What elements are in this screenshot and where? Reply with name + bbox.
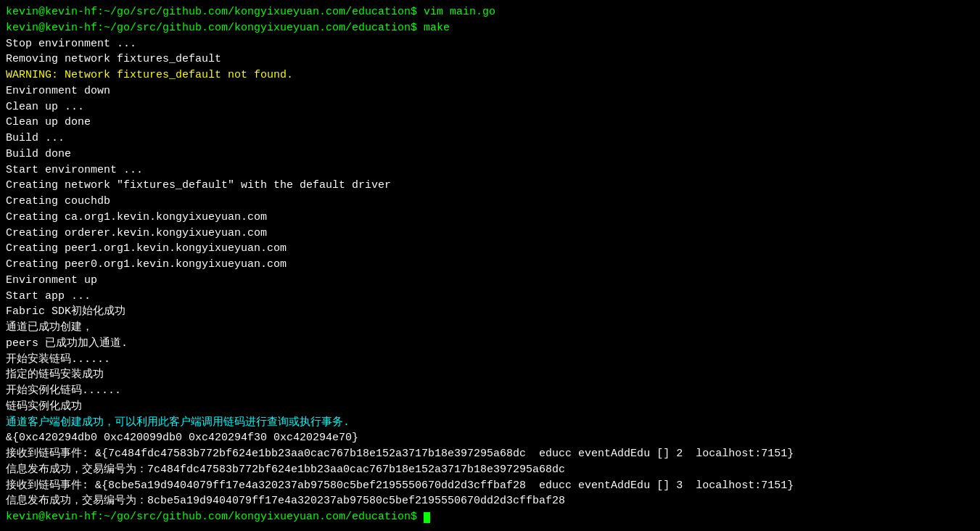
terminal-line: Creating network "fixtures_default" with… <box>6 178 974 194</box>
terminal-line: 开始安装链码...... <box>6 352 974 368</box>
terminal-line: 信息发布成功，交易编号为：7c484fdc47583b772bf624e1bb2… <box>6 462 974 478</box>
line-text: Environment down <box>6 85 110 97</box>
line-text: &{0xc420294db0 0xc420099db0 0xc420294f30… <box>6 432 358 444</box>
terminal-line: Creating couchdb <box>6 194 974 210</box>
terminal-line: Clean up done <box>6 115 974 131</box>
terminal-line: &{0xc420294db0 0xc420099db0 0xc420294f30… <box>6 430 974 446</box>
line-text: 通道客户端创建成功，可以利用此客户端调用链码进行查询或执行事务. <box>6 416 350 429</box>
line-text: Start app ... <box>6 290 91 302</box>
line-text: kevin@kevin-hf:~/go/src/github.com/kongy… <box>6 6 495 18</box>
line-text: kevin@kevin-hf:~/go/src/github.com/kongy… <box>6 22 450 34</box>
line-text: Removing network fixtures_default <box>6 53 221 65</box>
line-text: 通道已成功创建， <box>6 321 93 334</box>
line-text: Creating network "fixtures_default" with… <box>6 179 391 192</box>
terminal-line: 通道已成功创建， <box>6 320 974 336</box>
terminal-line: Build ... <box>6 131 974 147</box>
terminal-line: Environment down <box>6 83 974 99</box>
line-text: 开始安装链码...... <box>6 353 110 366</box>
terminal-line: Fabric SDK初始化成功 <box>6 304 974 320</box>
terminal-line: kevin@kevin-hf:~/go/src/github.com/kongy… <box>6 20 974 36</box>
line-text: 链码实例化成功 <box>6 400 82 413</box>
terminal-line: 信息发布成功，交易编号为：8cbe5a19d9404079ff17e4a3202… <box>6 493 974 509</box>
line-text: 接收到链码事件: &{8cbe5a19d9404079ff17e4a320237… <box>6 479 794 492</box>
line-text: 接收到链码事件: &{7c484fdc47583b772bf624e1bb23a… <box>6 448 794 460</box>
line-text: 信息发布成功，交易编号为：7c484fdc47583b772bf624e1bb2… <box>6 464 565 476</box>
line-text: Stop environment ... <box>6 38 136 50</box>
line-text: Creating orderer.kevin.kongyixueyuan.com <box>6 227 267 239</box>
line-text: Build ... <box>6 132 65 144</box>
line-text: Creating peer0.org1.kevin.kongyixueyuan.… <box>6 258 287 271</box>
line-text: Start environment ... <box>6 164 143 176</box>
terminal-line: Removing network fixtures_default <box>6 52 974 67</box>
line-text: WARNING: Network fixtures_default not fo… <box>6 69 293 81</box>
terminal-line: Creating ca.org1.kevin.kongyixueyuan.com <box>6 210 974 226</box>
terminal-line: Clean up ... <box>6 99 974 115</box>
terminal-line: kevin@kevin-hf:~/go/src/github.com/kongy… <box>6 509 974 525</box>
terminal: kevin@kevin-hf:~/go/src/github.com/kongy… <box>0 0 980 531</box>
line-text: Environment up <box>6 274 97 287</box>
terminal-line: 开始实例化链码...... <box>6 383 974 399</box>
terminal-line: 接收到链码事件: &{8cbe5a19d9404079ff17e4a320237… <box>6 478 974 494</box>
line-text: Clean up ... <box>6 101 84 113</box>
terminal-line: Build done <box>6 147 974 162</box>
terminal-line: Start environment ... <box>6 162 974 178</box>
line-text: Fabric SDK初始化成功 <box>6 305 125 318</box>
line-text: kevin@kevin-hf:~/go/src/github.com/kongy… <box>6 511 424 523</box>
terminal-line: 接收到链码事件: &{7c484fdc47583b772bf624e1bb23a… <box>6 446 974 462</box>
terminal-line: 指定的链码安装成功 <box>6 367 974 383</box>
terminal-line: kevin@kevin-hf:~/go/src/github.com/kongy… <box>6 4 974 20</box>
terminal-line: 链码实例化成功 <box>6 399 974 415</box>
terminal-line: peers 已成功加入通道. <box>6 336 974 352</box>
terminal-line: Stop environment ... <box>6 36 974 52</box>
terminal-line: Creating peer1.org1.kevin.kongyixueyuan.… <box>6 241 974 257</box>
line-text: peers 已成功加入通道. <box>6 337 128 350</box>
terminal-cursor <box>424 512 430 523</box>
line-text: 指定的链码安装成功 <box>6 369 104 381</box>
terminal-line: Creating peer0.org1.kevin.kongyixueyuan.… <box>6 257 974 273</box>
line-text: 开始实例化链码...... <box>6 384 121 397</box>
line-text: Clean up done <box>6 116 91 128</box>
line-text: 信息发布成功，交易编号为：8cbe5a19d9404079ff17e4a3202… <box>6 495 565 507</box>
line-text: Creating couchdb <box>6 195 110 207</box>
terminal-line: WARNING: Network fixtures_default not fo… <box>6 67 974 83</box>
terminal-line: 通道客户端创建成功，可以利用此客户端调用链码进行查询或执行事务. <box>6 415 974 431</box>
terminal-line: Creating orderer.kevin.kongyixueyuan.com <box>6 226 974 242</box>
line-text: Build done <box>6 148 71 160</box>
line-text: Creating peer1.org1.kevin.kongyixueyuan.… <box>6 242 287 255</box>
line-text: Creating ca.org1.kevin.kongyixueyuan.com <box>6 211 267 223</box>
terminal-line: Start app ... <box>6 289 974 305</box>
terminal-line: Environment up <box>6 273 974 289</box>
